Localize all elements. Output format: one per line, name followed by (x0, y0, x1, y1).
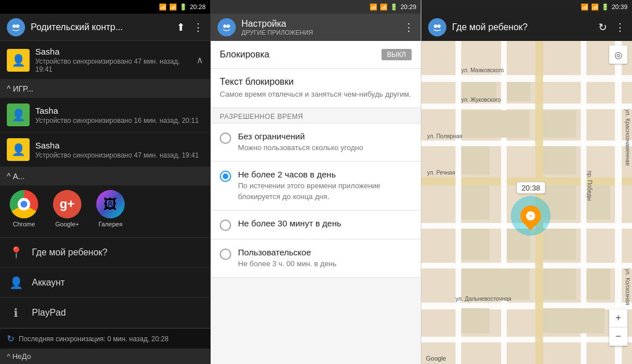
zoom-controls: + − (609, 309, 627, 346)
header-2: Настройка ДРУГИЕ ПРИЛОЖЕНИЯ ⋮ (211, 14, 421, 41)
p3-overflow-icon[interactable]: ⋮ (615, 21, 625, 34)
app-chrome[interactable]: Chrome (7, 190, 41, 228)
app-logo-2 (217, 18, 236, 36)
section-games-header[interactable]: ^ ИГР... (0, 80, 210, 98)
user-info-tasha: Tasha Устройство синхронизировано 16 мин… (35, 106, 203, 125)
app-logo-3 (428, 18, 446, 36)
footer-1: ↻ Последняя синхронизация: 0 мин. назад,… (0, 328, 210, 349)
lock-toggle[interactable]: ВЫКЛ (381, 49, 412, 60)
panel3-title: Где мой ребенок? (452, 22, 593, 32)
map-area[interactable]: ул. Маяковского ул. Жуковского ул. Поляр… (421, 41, 632, 364)
games-section-label: ^ ИГР... (7, 84, 33, 93)
user-list: 👤 Sasha Устройство синхронизировано 47 м… (0, 41, 210, 237)
radio-2hours[interactable] (220, 171, 231, 182)
panel2-title-block: Настройка ДРУГИЕ ПРИЛОЖЕНИЯ (241, 19, 398, 36)
overflow-menu-icon[interactable]: ⋮ (193, 21, 203, 34)
road-h8 (421, 337, 632, 342)
option-2hours-text: Не более 2 часов в день По истечении это… (238, 169, 412, 201)
road-v1 (455, 41, 461, 364)
bottom-section-label: ^ НеДо (7, 352, 31, 361)
user-item-tasha[interactable]: 👤 Tasha Устройство синхронизировано 16 м… (0, 98, 210, 133)
last-sync-text: Последняя синхронизация: 0 мин. назад, 2… (19, 335, 169, 343)
panel-3: 📶 📶 🔋 20:39 Где мой ребенок? ↻ ⋮ (421, 0, 632, 364)
target-button[interactable]: ◎ (609, 46, 627, 64)
option-custom[interactable]: Пользовательское Не более 3 ч. 00 мин. в… (211, 239, 421, 278)
street-label-1: ул. Маяковского (461, 67, 504, 73)
settings-content: Блокировка ВЫКЛ Текст блокировки Самое в… (211, 41, 421, 364)
user-info-sasha2: Sasha Устройство синхронизировано 47 мин… (35, 140, 203, 159)
radio-unlimited[interactable] (220, 133, 231, 144)
panel-2: 📶 📶 🔋 20:29 Настройка ДРУГИЕ ПРИЛОЖЕНИЯ … (211, 0, 421, 364)
block-10 (461, 229, 490, 260)
nav-item-location[interactable]: 📍 Где мой ребенок? (0, 238, 210, 268)
header-actions-3: ↻ ⋮ (598, 21, 625, 34)
lock-text-desc: Самое время отвлечься и заняться чем-ниб… (220, 89, 412, 100)
app-gplus[interactable]: g+ Google+ (50, 190, 84, 228)
zoom-out-button[interactable]: − (609, 328, 627, 346)
gallery-label: Галерея (99, 221, 122, 228)
block-6 (543, 146, 576, 175)
road-h6 (421, 263, 632, 268)
section-activity-header[interactable]: ^ А... (0, 167, 210, 185)
location-circle: P (511, 196, 551, 236)
status-bar-3: 📶 📶 🔋 20:39 (421, 0, 632, 14)
status-bar-2: 📶 📶 🔋 20:29 (211, 0, 421, 14)
block-17 (543, 308, 605, 333)
user-item-sasha1[interactable]: 👤 Sasha Устройство синхронизировано 47 м… (0, 41, 210, 80)
road-h1 (421, 75, 632, 82)
block-13 (461, 268, 530, 300)
street-label-7: ул. Краснознаменная (625, 109, 631, 166)
bottom-section[interactable]: ^ НеДо (0, 349, 210, 364)
svg-point-7 (434, 24, 437, 28)
lock-label: Блокировка (220, 49, 269, 60)
option-custom-text: Пользовательское Не более 3 ч. 00 мин. в… (238, 247, 412, 269)
panel2-title: Настройка (241, 19, 398, 29)
block-5 (461, 146, 490, 175)
avatar-sasha2: 👤 (7, 138, 30, 161)
radio-custom[interactable] (220, 249, 231, 260)
block-15 (586, 268, 610, 300)
radio-30min[interactable] (220, 220, 231, 231)
panel2-subtitle: ДРУГИЕ ПРИЛОЖЕНИЯ (241, 29, 398, 36)
avatar-tasha: 👤 (7, 104, 30, 126)
signal-icon: 📶 (169, 3, 177, 11)
block-3 (461, 110, 530, 138)
time-3: 20:39 (612, 3, 627, 10)
map-controls: ◎ (609, 46, 627, 64)
gplus-label: Google+ (55, 221, 79, 228)
share-icon[interactable]: ⬆ (177, 21, 185, 34)
lock-row[interactable]: Блокировка ВЫКЛ (211, 41, 421, 69)
svg-point-1 (13, 24, 16, 28)
avatar-sasha1: 👤 (7, 49, 30, 72)
street-label-6: пр. Победы (586, 171, 593, 201)
p3-battery-icon: 🔋 (601, 3, 609, 11)
location-pin: P (516, 201, 545, 230)
chrome-label: Chrome (13, 221, 35, 228)
option-unlimited[interactable]: Без ограничений Можно пользоваться сколь… (211, 123, 421, 162)
street-label-3: ул. Полярная (427, 133, 462, 139)
lock-text-block: Текст блокировки Самое время отвлечься и… (211, 69, 421, 108)
time-2: 20:29 (400, 3, 416, 10)
zoom-in-button[interactable]: + (609, 309, 627, 328)
app-gallery[interactable]: 🖼 Галерея (93, 190, 128, 228)
option-2hours[interactable]: Не более 2 часов в день По истечении это… (211, 162, 421, 210)
chrome-icon (10, 190, 38, 218)
road-h2 (421, 104, 632, 109)
user-item-sasha2[interactable]: 👤 Sasha Устройство синхронизировано 47 м… (0, 133, 210, 167)
block-2 (507, 82, 531, 101)
nav-item-playpad[interactable]: ℹ PlayPad (0, 298, 210, 328)
nav-item-account[interactable]: 👤 Аккаунт (0, 268, 210, 298)
street-label-8: ул. Колхозная (625, 268, 631, 305)
user-info-sasha1: Sasha Устройство синхронизировано 47 мин… (35, 47, 191, 73)
p2-overflow-icon[interactable]: ⋮ (404, 21, 414, 34)
road-h3 (421, 140, 632, 146)
location-marker: 20:38 P (511, 182, 551, 236)
time-section-divider: РАЗРЕШЕННОЕ ВРЕМЯ (211, 108, 421, 123)
refresh-icon[interactable]: ↻ (598, 21, 607, 34)
location-icon: 📍 (9, 246, 23, 259)
app-logo-1 (7, 18, 25, 36)
block-4 (543, 110, 576, 138)
option-unlimited-text: Без ограничений Можно пользоваться сколь… (238, 131, 412, 153)
option-30min[interactable]: Не более 30 минут в день (211, 210, 421, 239)
lock-text-title: Текст блокировки (220, 77, 412, 87)
